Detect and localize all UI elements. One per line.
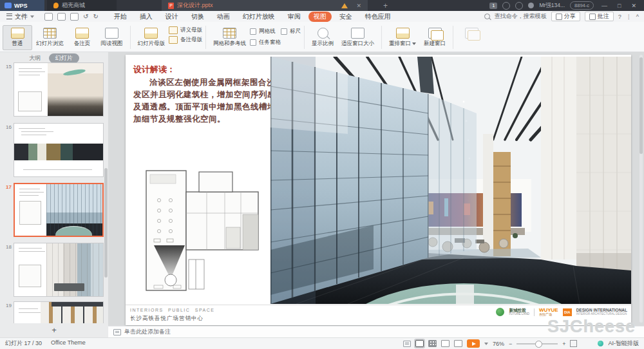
futureland-en: FUTURE LAND: [509, 313, 529, 316]
zoom-out-button[interactable]: −: [509, 341, 512, 347]
wps-logo[interactable]: WPS: [0, 0, 44, 11]
zoom-slider-knob[interactable]: [535, 341, 542, 348]
footer-chinese: 长沙高铁吾悦广场营销中心: [130, 315, 204, 323]
warning-icon[interactable]: [341, 3, 348, 8]
tab-document[interactable]: P 深化设计.pptx ✕: [162, 0, 368, 11]
slide-thumbnail-17-selected[interactable]: 17: [3, 183, 104, 237]
ai-layout-button[interactable]: AI-智能排版: [608, 339, 639, 348]
file-menu[interactable]: 文件: [0, 12, 39, 21]
notes-page-button[interactable]: 备注页: [68, 25, 97, 50]
collapse-ribbon-button[interactable]: ^: [636, 14, 639, 20]
user-avatar-icon[interactable]: [528, 3, 534, 8]
master-small-group: 讲义母版 备注母版: [169, 25, 202, 44]
normal-view-icon[interactable]: [415, 340, 424, 347]
search-icon: [484, 14, 490, 19]
zoom-slider[interactable]: [516, 343, 558, 344]
status-bar: 幻灯片 17 / 30 Office Theme 76% − + AI-智能排版: [0, 337, 644, 349]
wps-presentation-window: WPS 稻壳商城 P 深化设计.pptx ✕ + 1 Mr强134... 889…: [0, 0, 644, 349]
tab-home[interactable]: 开始: [109, 12, 132, 22]
tab-review[interactable]: 审阅: [283, 12, 306, 22]
handout-master-button[interactable]: 讲义母版: [169, 26, 202, 34]
print-icon[interactable]: [57, 13, 66, 21]
minimize-button[interactable]: —: [599, 3, 610, 9]
normal-view-button[interactable]: 普通: [3, 25, 32, 50]
theme-name[interactable]: Office Theme: [51, 339, 86, 348]
slide-thumbnail-15[interactable]: 15: [3, 62, 104, 117]
slide-body-text[interactable]: 洽谈区左侧使用金属网框架围合沙发区并且弱化建筑柱，增加空间序列感及通透感。顶面平…: [133, 77, 278, 126]
share-button[interactable]: 分享: [551, 12, 580, 21]
slide-number: 15: [3, 62, 12, 117]
fit-screen-icon[interactable]: [570, 340, 577, 347]
tab-slideshow[interactable]: 幻灯片放映: [238, 12, 280, 22]
tab-design[interactable]: 设计: [160, 12, 184, 22]
add-slide-button[interactable]: +: [0, 323, 108, 337]
panel-scrollbar[interactable]: [104, 168, 108, 278]
user-name[interactable]: Mr强134...: [539, 2, 565, 10]
tab-security[interactable]: 安全: [334, 12, 357, 22]
pptx-file-icon: P: [168, 3, 174, 9]
store-tab-label: 稻壳商城: [62, 1, 85, 10]
ruler-checkbox[interactable]: 标尺: [281, 28, 301, 35]
zoom-level[interactable]: 76%: [493, 341, 504, 347]
comment-button[interactable]: 批注: [585, 12, 614, 21]
search-input[interactable]: 查找命令，搜索模板: [495, 12, 547, 21]
slide-thumbnail-16[interactable]: 16: [3, 123, 104, 177]
canvas-scrollbar-thumb[interactable]: [639, 57, 643, 154]
undo-icon[interactable]: ↺: [83, 13, 88, 20]
message-icon[interactable]: [502, 2, 510, 10]
chevron-down-icon: [412, 42, 416, 45]
member-pill[interactable]: 8894-c: [570, 1, 594, 10]
thumbnail-image: [14, 243, 103, 296]
fit-window-button[interactable]: 适应窗口大小: [337, 25, 378, 50]
gridlines-checkbox[interactable]: 网格线: [250, 28, 281, 35]
slide-17-canvas[interactable]: 设计解读： 洽谈区左侧使用金属网框架围合沙发区并且弱化建筑柱，增加空间序列感及通…: [126, 55, 631, 325]
footer-logos: 新城控股 FUTURE LAND WUYUE 吾悦广场 DIA DESIGN I…: [496, 308, 627, 316]
slide-master-button[interactable]: 幻灯片母版: [134, 25, 169, 50]
notes-master-button[interactable]: 备注母版: [169, 36, 202, 44]
slide-sorter-button[interactable]: 幻灯片浏览: [32, 25, 68, 50]
tab-insert[interactable]: 插入: [135, 12, 158, 22]
tab-transitions[interactable]: 切换: [186, 12, 209, 22]
tab-docer-store[interactable]: 稻壳商城: [47, 0, 117, 11]
thumbnail-image: [15, 184, 102, 236]
editing-canvas: 设计解读： 洽谈区左侧使用金属网框架围合沙发区并且弱化建筑柱，增加空间序列感及通…: [108, 52, 644, 326]
reading-view-button[interactable]: 阅读视图: [97, 25, 127, 50]
zoom-icon: [317, 28, 328, 39]
play-options-icon[interactable]: [484, 343, 488, 345]
more-button[interactable]: ⋮: [626, 14, 632, 20]
notes-toggle-icon[interactable]: [403, 341, 411, 347]
new-window-button[interactable]: 新建窗口: [420, 25, 450, 50]
interior-render-image[interactable]: [270, 57, 631, 304]
sorter-view-icon[interactable]: [428, 340, 437, 347]
slides-tab[interactable]: 幻灯片: [49, 53, 79, 63]
restore-button[interactable]: □: [615, 3, 623, 9]
redo-icon[interactable]: ↻: [93, 13, 98, 20]
slide-thumbnail-18[interactable]: 18: [3, 243, 104, 297]
tab-animations[interactable]: 动画: [212, 12, 235, 22]
design-subtitle: INTERIOR ARCHITECTURAL DESIGN: [576, 313, 627, 316]
new-tab-button[interactable]: +: [377, 0, 394, 11]
outline-tab[interactable]: 大纲: [29, 55, 41, 61]
notification-badge[interactable]: 1: [489, 3, 497, 9]
reading-view-icon[interactable]: [441, 340, 450, 347]
tab-special-apps[interactable]: 特色应用: [360, 12, 396, 22]
save-icon[interactable]: [44, 13, 53, 21]
arrange-windows-button[interactable]: 重排窗口: [385, 25, 420, 50]
task-pane-checkbox[interactable]: 任务窗格: [250, 39, 281, 46]
thumbnail-image: [14, 124, 103, 176]
preview-icon[interactable]: [70, 13, 79, 21]
tab-close-icon[interactable]: ✕: [356, 3, 361, 9]
grid-guides-button[interactable]: 网格和参考线: [209, 25, 250, 50]
play-slideshow-button[interactable]: [467, 339, 480, 348]
zoom-in-button[interactable]: +: [562, 341, 565, 347]
slide-heading[interactable]: 设计解读：: [133, 64, 175, 75]
close-button[interactable]: ✕: [629, 3, 639, 9]
tab-view[interactable]: 视图: [308, 12, 332, 22]
zoom-button[interactable]: 显示比例: [308, 25, 337, 50]
slideshow-view-icon[interactable]: [454, 340, 462, 347]
panel-tabs: 大纲 幻灯片: [0, 53, 108, 63]
help-button[interactable]: ?: [618, 14, 621, 20]
floor-plan-image[interactable]: [135, 163, 263, 301]
help-circle-icon[interactable]: [515, 2, 523, 10]
fit-window-icon: [351, 28, 365, 39]
